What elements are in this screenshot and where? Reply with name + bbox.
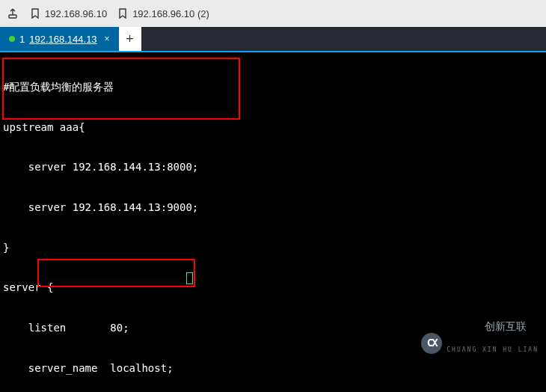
session-tab-active[interactable]: 1 192.168.144.13 × [0,27,119,51]
cursor-icon [186,272,193,284]
code-line: server 192.168.144.13:8000; [0,161,546,174]
watermark-logo-icon: CX [421,333,442,354]
bookmark-item-2[interactable]: 192.168.96.10 (2) [116,7,209,20]
toolbar: 192.168.96.10 192.168.96.10 (2) [0,0,546,27]
code-line: server { [0,281,546,295]
watermark: CX 创新互联 CHUANG XIN HU LIAN [421,307,539,380]
bookmark-label: 192.168.96.10 (2) [132,8,209,19]
status-dot-icon [9,36,15,42]
tab-label: 192.168.144.13 [29,34,96,45]
code-line: server 192.168.144.13:9000; [0,201,546,215]
close-icon[interactable]: × [105,34,110,44]
svg-rect-0 [9,15,16,18]
new-tab-button[interactable]: + [119,27,141,51]
tab-strip: 1 192.168.144.13 × + [0,27,546,52]
watermark-text: 创新互联 CHUANG XIN HU LIAN [447,307,539,380]
bookmark-label: 192.168.96.10 [45,8,107,19]
bookmark-item-1[interactable]: 192.168.96.10 [28,7,107,20]
tab-index: 1 [19,34,25,45]
code-line: #配置负载均衡的服务器 [0,81,546,94]
bookmark-icon [116,7,129,20]
code-line: upstream aaa{ [0,121,546,135]
terminal[interactable]: #配置负载均衡的服务器 upstream aaa{ server 192.168… [0,52,546,392]
export-icon[interactable] [6,7,19,20]
code-line: } [0,242,546,255]
bookmark-icon [28,7,42,20]
